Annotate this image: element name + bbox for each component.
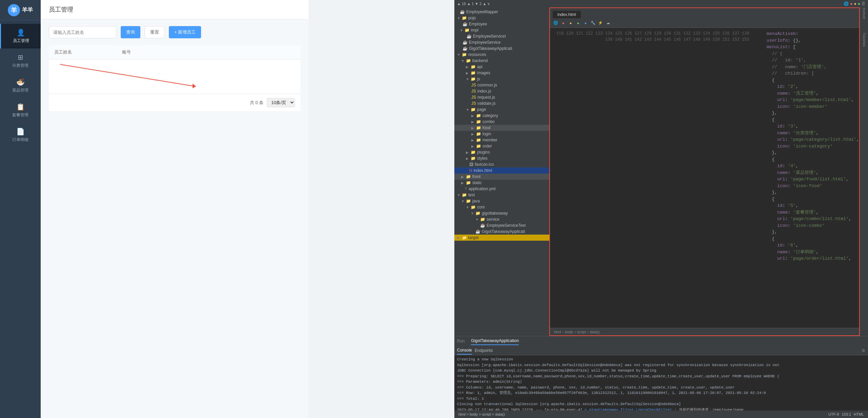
- tree-item-gigot-app2[interactable]: ☕ GigotTakeawayApplicati: [454, 228, 549, 235]
- toolbar-icon-5[interactable]: ●: [583, 20, 589, 26]
- settings-icon[interactable]: ⚙: [862, 348, 865, 353]
- search-input[interactable]: [49, 26, 117, 38]
- tree-item-styles[interactable]: ▶ 📁 styles: [454, 155, 549, 161]
- tree-item-employeeservice[interactable]: ☕ EmployeeService: [454, 39, 549, 45]
- tree-item-employeeservicei[interactable]: ☕ EmployeeServiceI: [454, 33, 549, 39]
- folder-icon: 📁: [471, 107, 476, 112]
- html-icon: H: [469, 168, 472, 173]
- status-path: html > body > script > data(): [458, 412, 505, 416]
- bottom-tab-run[interactable]: Run:: [457, 337, 466, 345]
- expand-icon: ▶: [471, 120, 476, 124]
- java-icon: ☕: [480, 223, 485, 228]
- tree-item-test[interactable]: ▼ 📁 test: [454, 192, 549, 198]
- ide-bottom: Run: GigotTakeawayApplication Console En…: [454, 336, 868, 411]
- toolbar-icon-4[interactable]: ●: [575, 20, 581, 26]
- tree-item-common-js[interactable]: JS common.js: [454, 82, 549, 88]
- tree-item-front[interactable]: ▶ 📁 front: [454, 174, 549, 180]
- expand-icon: ▶: [471, 138, 476, 142]
- bottom-subtab-console[interactable]: Console: [457, 346, 472, 355]
- tree-item-category-folder[interactable]: ▶ 📁 category: [454, 113, 549, 119]
- toolbar-icon-8[interactable]: ☁: [605, 20, 611, 26]
- tree-item-gigottakeaway[interactable]: ☕ GigotTakeawayApplicati: [454, 45, 549, 52]
- toolbar-icon-7[interactable]: ⚡: [597, 20, 604, 26]
- page-header: 员工管理: [41, 0, 309, 19]
- tree-label: static: [472, 180, 482, 185]
- tree-label: service: [487, 217, 499, 222]
- tab-index-html[interactable]: index.html: [553, 11, 581, 18]
- bottom-subtab-endpoints[interactable]: Endpoints: [475, 347, 493, 354]
- right-toolbar-structure[interactable]: Structure: [861, 9, 867, 16]
- toolbar-icon-2[interactable]: ●: [560, 20, 566, 26]
- expand-icon: ▶: [471, 132, 476, 136]
- tree-item-target[interactable]: ▶ 📁 target: [454, 235, 549, 241]
- tree-item-images[interactable]: ▶ 📁 images: [454, 70, 549, 76]
- tree-item-backend[interactable]: ▼ 📁 backend: [454, 58, 549, 64]
- tree-item-combo-folder[interactable]: ▶ 📁 combo: [454, 119, 549, 125]
- tree-label: page: [477, 107, 486, 112]
- tree-item-test-com[interactable]: ▼ 📁 com: [454, 204, 549, 210]
- tree-item-application-yml[interactable]: Y application.yml: [454, 186, 549, 192]
- tree-label: validate.js: [477, 101, 495, 106]
- toolbar-icon-6[interactable]: 🔧: [590, 20, 596, 26]
- tree-item-api[interactable]: ▶ 📁 api: [454, 64, 549, 70]
- bottom-tab-app[interactable]: GigotTakeawayApplication: [471, 337, 519, 345]
- tree-item-member-folder[interactable]: ▶ 📁 member: [454, 137, 549, 143]
- tree-item-food-folder[interactable]: ▶ 📁 food: [454, 125, 549, 131]
- sidebar-item-category[interactable]: ⊞ 分类管理: [0, 48, 41, 73]
- folder-icon: 📁: [466, 58, 471, 63]
- tree-item-request-js[interactable]: JS request.js: [454, 94, 549, 100]
- ide-icon-green: ●: [858, 1, 860, 6]
- code-content: 119 120 121 122 123 124 125 126 127 128 …: [550, 28, 859, 328]
- toolbar-icon-1[interactable]: 🌐: [553, 20, 559, 26]
- tree-item-index-js[interactable]: JS index.js: [454, 88, 549, 94]
- ide-icon-menu: ☰: [862, 1, 865, 6]
- tree-item-test-java[interactable]: ▼ 📁 java: [454, 198, 549, 204]
- combo-label: 套餐管理: [12, 112, 28, 118]
- tree-item-login-folder[interactable]: ▶ 📁 login: [454, 131, 549, 137]
- folder-icon: 📁: [465, 28, 470, 33]
- reset-button[interactable]: 重置: [144, 26, 165, 38]
- folder-icon: 📁: [462, 52, 467, 57]
- tree-item-index-html[interactable]: H index.html: [454, 167, 549, 174]
- sidebar-item-combo[interactable]: 📋 套餐管理: [0, 98, 41, 123]
- sidebar-item-order[interactable]: 📄 订单明细: [0, 123, 41, 147]
- tree-item-gigottakeaway-folder[interactable]: ▼ 📁 gigottakeaway: [454, 210, 549, 216]
- page-size-select[interactable]: 10条/页: [267, 98, 295, 107]
- query-button[interactable]: 查询: [121, 26, 140, 38]
- tree-item-order-folder[interactable]: ▶ 📁 order: [454, 143, 549, 149]
- tree-label: front: [472, 174, 480, 179]
- tree-label: GigotTakeawayApplicati: [482, 229, 525, 234]
- tree-item-resources[interactable]: ▼ 📁 resources: [454, 52, 549, 58]
- expand-icon: ▶: [471, 126, 476, 130]
- tree-item-employee[interactable]: ☕ Employee: [454, 21, 549, 27]
- tree-label: combo: [482, 119, 495, 124]
- tree-item-impl[interactable]: ▼ 📁 impl: [454, 27, 549, 33]
- col-name-header: 员工姓名: [54, 49, 122, 55]
- add-employee-button[interactable]: + 新增员工: [169, 26, 201, 38]
- tree-label: index.html: [474, 168, 492, 173]
- right-toolbar-favorites[interactable]: Favorites: [861, 37, 867, 43]
- folder-icon: 📁: [466, 199, 471, 203]
- toolbar-icon-3[interactable]: ●: [568, 20, 574, 26]
- tree-item-js[interactable]: ▼ 📁 js: [454, 76, 549, 82]
- tree-label: EmployeeService: [469, 40, 500, 45]
- code-lines[interactable]: menuActiveb: userInfo: {}, menuList: [ /…: [752, 28, 859, 328]
- food-icon: 🍜: [16, 78, 25, 86]
- sidebar-item-food[interactable]: 🍜 菜品管理: [0, 73, 41, 98]
- tree-item-employeemapper[interactable]: ☕ EmployeeMapper: [454, 9, 549, 15]
- yml-icon: Y: [465, 186, 467, 191]
- tree-item-validate-js[interactable]: JS validate.js: [454, 100, 549, 106]
- tree-item-static[interactable]: ▶ 📁 static: [454, 180, 549, 186]
- sidebar-item-employee[interactable]: 👤 员工管理: [0, 24, 41, 48]
- tree-item-pojo[interactable]: ▼ 📁 pojo: [454, 15, 549, 21]
- tree-label: target: [468, 235, 479, 240]
- tree-item-employeeservicetest[interactable]: ☕ EmployeeServiceTest: [454, 222, 549, 228]
- tree-label: backend: [472, 58, 488, 63]
- tree-item-plugins[interactable]: ▶ 📁 plugins: [454, 149, 549, 155]
- breadcrumb-html: html: [554, 330, 561, 334]
- tree-item-service-folder[interactable]: ▼ 📁 service: [454, 216, 549, 222]
- tree-label: application.yml: [469, 186, 495, 191]
- tree-item-favicon[interactable]: 🖼 favicon.ico: [454, 161, 549, 167]
- right-toolbar: Structure Favorites: [860, 7, 868, 336]
- tree-item-page[interactable]: ▼ 📁 page: [454, 106, 549, 113]
